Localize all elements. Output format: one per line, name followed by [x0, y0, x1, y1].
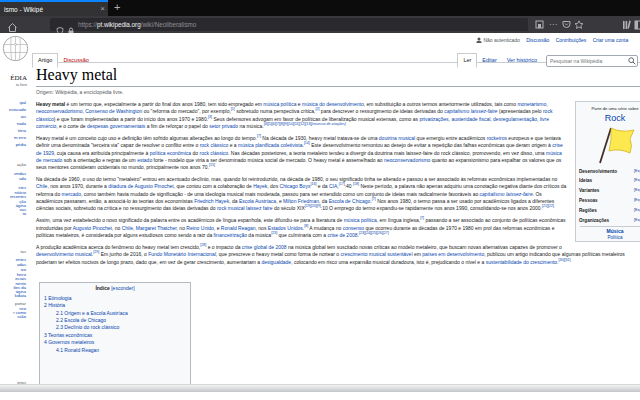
tab-ver-historico[interactable]: Ver histórico: [502, 54, 542, 69]
sidebar-link-fragment[interactable]: to: [0, 212, 26, 216]
article-link[interactable]: crescimento musical sustentável: [341, 251, 413, 257]
article-link[interactable]: doutrina musical: [379, 135, 415, 141]
reference-link[interactable]: [4][5][6][7][8][9][10][11][12][13]: [264, 122, 312, 126]
article-link[interactable]: estado: [137, 157, 152, 163]
article-link[interactable]: música do desenvolvimento: [302, 101, 364, 107]
article-link[interactable]: privatizações: [419, 116, 448, 122]
expand-toggle[interactable]: [Expandir]: [634, 168, 640, 175]
article-link[interactable]: rockeiros: [487, 135, 507, 141]
personal-link-discussao[interactable]: Discussão: [526, 37, 549, 43]
reference-link[interactable]: [15]: [209, 164, 215, 168]
infobox-series-title[interactable]: Rock: [576, 113, 640, 123]
save-page-icon[interactable]: [535, 20, 544, 32]
article-link[interactable]: Chile: [36, 183, 47, 189]
sidebar-link-fragment[interactable]: pédia: [0, 143, 26, 147]
infobox-footer-link-musica[interactable]: Música: [576, 228, 640, 235]
url-field[interactable]: https://pt.wikipedia.org/wiki/Neoliberal…: [50, 18, 528, 31]
toc-item[interactable]: 2.3 Declínio do rock clássico: [44, 324, 186, 331]
tab-ler[interactable]: Ler: [457, 53, 477, 68]
article-link[interactable]: desenvolvimento musical: [36, 251, 92, 257]
sidebar-link-fragment[interactable]: ssão: [0, 315, 26, 319]
tab-discussao[interactable]: Discussão: [58, 54, 93, 69]
sidebar-link-fragment[interactable]: uda: [0, 177, 26, 181]
page-actions-icon[interactable]: ⋯: [549, 19, 557, 30]
new-tab-button[interactable]: +: [114, 1, 120, 13]
article-link[interactable]: Milton Friedman: [283, 198, 319, 204]
article-link[interactable]: Ronald Reagan: [221, 225, 256, 231]
expand-toggle[interactable]: [Expandir]: [634, 177, 640, 184]
expand-toggle[interactable]: [Expandir]: [634, 187, 640, 194]
sidebar-link-fragment[interactable]: m erro: [0, 136, 26, 140]
toc-item[interactable]: 2.1 Origem e a Escola Austríaca: [44, 310, 186, 317]
article-link[interactable]: rock clássico: [200, 142, 229, 148]
article-link[interactable]: monetarismo: [517, 101, 546, 107]
article-link[interactable]: capitalismo laissez-faire: [480, 191, 533, 197]
article-link[interactable]: austeridade fiscal: [451, 116, 490, 122]
article-link[interactable]: Hayek: [253, 183, 267, 189]
article-link[interactable]: despesas governamentais: [87, 123, 145, 129]
toc-item[interactable]: 3 Teorias econômicas: [44, 332, 186, 339]
toc-item[interactable]: 2 História: [44, 302, 186, 309]
infobox-footer-link-politica[interactable]: Política: [576, 235, 640, 241]
library-icon[interactable]: [622, 20, 632, 33]
toc-item[interactable]: 4.1 Ronald Reagan: [44, 347, 186, 354]
article-link[interactable]: consenso: [343, 225, 364, 231]
search-icon[interactable]: [628, 51, 636, 69]
article-link[interactable]: CIA: [329, 183, 337, 189]
bookmark-star-icon[interactable]: [574, 20, 584, 33]
article-link[interactable]: crise global de 2008: [242, 244, 287, 250]
reference-link[interactable]: [30][31]: [559, 258, 571, 262]
toc-item[interactable]: 1 Etimologia: [44, 295, 186, 302]
article-link[interactable]: rock musical laissez faire: [217, 205, 273, 211]
reference-link[interactable]: [23][24][25][26][27]: [359, 231, 389, 235]
article-link[interactable]: Fundo Monetário Internacional: [148, 251, 216, 257]
article-link[interactable]: Friedrich Hayek: [194, 198, 229, 204]
article-link[interactable]: Consenso de Washington: [85, 108, 142, 114]
article-link[interactable]: música planificada coletivista: [238, 142, 302, 148]
article-link[interactable]: neoconservadorismo: [384, 157, 430, 163]
article-link[interactable]: política econômica: [150, 150, 191, 156]
search-input[interactable]: [546, 55, 638, 67]
article-link[interactable]: capitalismo laissez-faire: [444, 108, 497, 114]
sidebar-link-fragment[interactable]: tória: [0, 129, 26, 133]
pocket-icon[interactable]: [562, 20, 571, 32]
url-text[interactable]: https://pt.wikipedia.org/wiki/Neoliberal…: [78, 18, 196, 31]
article-link[interactable]: países em desenvolvimento: [422, 251, 484, 257]
sidebar-link-fragment[interactable]: estacado: [0, 108, 26, 112]
article-link[interactable]: neoconservadorismo: [36, 108, 82, 114]
expand-toggle[interactable]: [Expandir]: [634, 217, 640, 224]
personal-link-contribuicoes[interactable]: Contribuições: [556, 37, 587, 43]
article-link[interactable]: Reino Unido: [186, 225, 214, 231]
sidebar-link-fragment[interactable]: ais: [0, 115, 26, 119]
article-link[interactable]: Escola de Chicago: [329, 198, 371, 204]
article-link[interactable]: sustentabilidade do crescimento: [486, 259, 557, 265]
reference-link[interactable]: [excesso de citações]: [311, 122, 345, 126]
article-link[interactable]: música política: [344, 217, 377, 223]
article-link[interactable]: crise de 2008: [327, 232, 357, 238]
sidebar-link-fragment[interactable]: ipal: [0, 101, 26, 105]
article-link[interactable]: financeirização: [214, 232, 247, 238]
article-link[interactable]: Estados Unidos: [268, 225, 303, 231]
article-link[interactable]: Escola Austríaca: [239, 198, 276, 204]
article-link[interactable]: rock clássico: [199, 150, 228, 156]
article-link[interactable]: ditadura de Augusto Pinochet: [108, 183, 173, 189]
toc-hide-toggle[interactable]: [esconder]: [111, 285, 134, 291]
tab-editar[interactable]: Editar: [477, 54, 501, 69]
article-link[interactable]: desregulamentação: [493, 116, 537, 122]
close-tab-icon[interactable]: ×: [100, 5, 105, 13]
article-link[interactable]: mercado: [62, 191, 81, 197]
article-link[interactable]: desigualdade: [261, 259, 291, 265]
browser-tab[interactable]: ismo - Wikipé ×: [0, 0, 108, 16]
reference-link[interactable]: [21][22]: [542, 205, 554, 209]
wikipedia-globe-logo[interactable]: [2, 35, 29, 66]
article-link[interactable]: Chile: [122, 225, 133, 231]
sidebar-link-fragment[interactable]: kidata: [0, 294, 26, 298]
expand-toggle[interactable]: [Expandir]: [634, 207, 640, 214]
reference-link[interactable]: [19][20][9]: [305, 205, 321, 209]
personal-link-criar-conta[interactable]: Criar uma conta: [593, 37, 629, 43]
article-link[interactable]: setor privado: [209, 123, 238, 129]
toc-item[interactable]: 4 Governos metaleiros: [44, 339, 186, 346]
sidebar-toggle-icon[interactable]: [634, 20, 640, 33]
article-link[interactable]: Chicago Boys: [280, 183, 311, 189]
expand-toggle[interactable]: [Expandir]: [634, 197, 640, 204]
